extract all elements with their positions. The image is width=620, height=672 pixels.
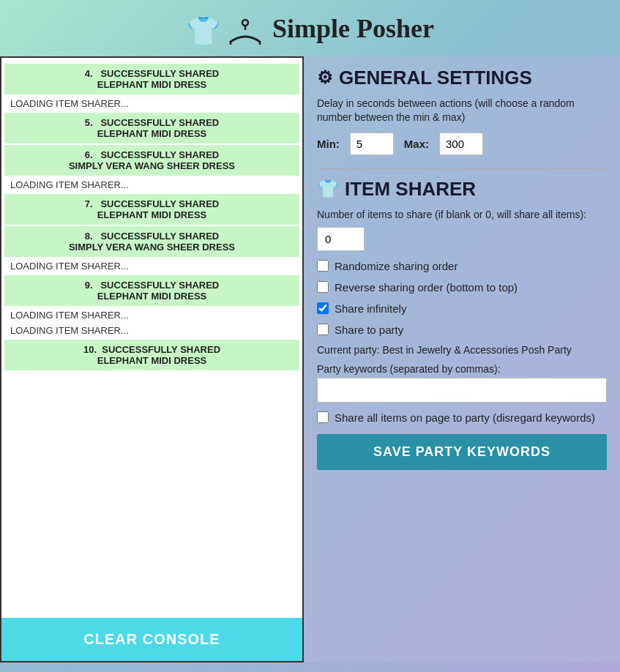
app-name: Simple Posher [228, 13, 434, 49]
hanger-icon: 👕 [186, 15, 220, 47]
randomize-label[interactable]: Randomize sharing order [335, 258, 457, 274]
hanger-svg-icon [228, 14, 263, 49]
list-item: 9. SUCCESSFULLY SHAREDELEPHANT MIDI DRES… [4, 275, 299, 306]
infinite-checkbox[interactable] [317, 302, 329, 314]
randomize-checkbox[interactable] [317, 260, 329, 272]
console-panel: 4. SUCCESSFULLY SHAREDELEPHANT MIDI DRES… [0, 56, 304, 662]
party-label[interactable]: Share to party [335, 322, 403, 337]
general-settings-desc: Delay in seconds between actions (will c… [317, 97, 607, 125]
list-item: LOADING ITEM SHARER... [4, 307, 299, 323]
gear-icon: ⚙ [317, 67, 333, 88]
general-settings-title: ⚙ GENERAL SETTINGS [317, 67, 607, 89]
list-item: LOADING ITEM SHARER... [4, 177, 299, 193]
party-checkbox[interactable] [317, 324, 329, 335]
list-item: LOADING ITEM SHARER... [4, 96, 299, 111]
share-all-page-label[interactable]: Share all items on page to party (disreg… [335, 410, 595, 425]
infinite-label[interactable]: Share infinitely [335, 301, 406, 316]
item-sharer-title: 👕 ITEM SHARER [317, 178, 607, 201]
entry-num: 7. [85, 198, 98, 209]
reverse-checkbox[interactable] [317, 281, 329, 293]
list-item: 7. SUCCESSFULLY SHAREDELEPHANT MIDI DRES… [4, 194, 299, 225]
max-input[interactable] [439, 132, 483, 155]
current-party-info: Current party: Best in Jewelry & Accesso… [317, 343, 607, 358]
app-title: 👕 Simple Posher [0, 13, 620, 49]
main-layout: 4. SUCCESSFULLY SHAREDELEPHANT MIDI DRES… [0, 56, 620, 662]
reverse-label[interactable]: Reverse sharing order (bottom to top) [335, 280, 518, 295]
svg-point-0 [242, 20, 248, 26]
settings-panel: ⚙ GENERAL SETTINGS Delay in seconds betw… [304, 56, 620, 662]
max-label: Max: [404, 138, 429, 150]
clear-console-button[interactable]: CLEAR CONSOLE [1, 618, 302, 661]
list-item: 6. SUCCESSFULLY SHAREDSIMPLY VERA WANG S… [4, 145, 299, 176]
app-title-text: Simple Posher [272, 14, 434, 43]
entry-num: 10. [83, 344, 100, 355]
party-keywords-input[interactable] [317, 378, 607, 403]
entry-num: 6. [85, 149, 98, 160]
shirt-icon: 👕 [317, 179, 339, 199]
share-all-page-checkbox[interactable] [317, 411, 329, 423]
party-keywords-label: Party keywords (separated by commas): [317, 363, 607, 375]
entry-num: 4. [85, 68, 98, 79]
reverse-row: Reverse sharing order (bottom to top) [317, 280, 607, 295]
item-sharer-section: 👕 ITEM SHARER Number of items to share (… [317, 178, 607, 470]
list-item: LOADING ITEM SHARER... [4, 323, 299, 338]
share-count-input[interactable] [317, 227, 365, 251]
console-log: 4. SUCCESSFULLY SHAREDELEPHANT MIDI DRES… [1, 58, 302, 618]
share-all-page-row: Share all items on page to party (disreg… [317, 410, 607, 425]
randomize-row: Randomize sharing order [317, 258, 607, 274]
save-party-button[interactable]: SAVE PARTY KEYWORDS [317, 434, 607, 470]
entry-num: 9. [85, 280, 98, 291]
entry-num: 8. [85, 231, 98, 242]
entry-num: 5. [85, 117, 98, 128]
infinite-row: Share infinitely [317, 301, 607, 316]
share-count-desc: Number of items to share (if blank or 0,… [317, 208, 607, 223]
list-item: LOADING ITEM SHARER... [4, 258, 299, 274]
list-item: 8. SUCCESSFULLY SHAREDSIMPLY VERA WANG S… [4, 226, 299, 257]
list-item: 5. SUCCESSFULLY SHAREDELEPHANT MIDI DRES… [4, 113, 299, 143]
list-item: 4. SUCCESSFULLY SHAREDELEPHANT MIDI DRES… [4, 64, 299, 94]
section-divider [317, 168, 607, 169]
header: 👕 Simple Posher [0, 0, 620, 56]
list-item: 10. SUCCESSFULLY SHAREDELEPHANT MIDI DRE… [4, 340, 299, 370]
delay-row: Min: Max: [317, 132, 607, 155]
min-input[interactable] [350, 132, 394, 155]
party-row: Share to party [317, 322, 607, 337]
min-label: Min: [317, 138, 340, 150]
